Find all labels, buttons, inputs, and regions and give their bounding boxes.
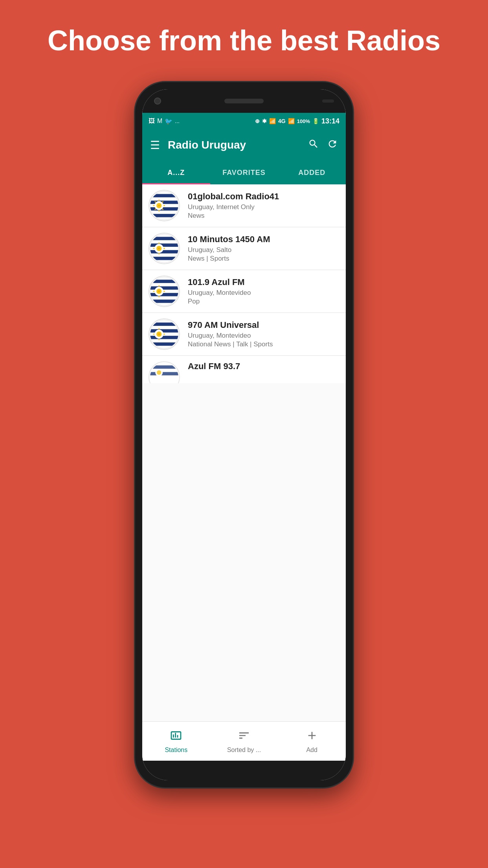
station-item[interactable]: 970 AM Universal Uruguay, Montevideo Nat… [142, 313, 346, 356]
station-location-3: Uruguay, Montevideo [188, 289, 339, 297]
station-location-2: Uruguay, Salto [188, 246, 339, 254]
stations-nav-label: Stations [165, 747, 187, 754]
phone-bottom-bar [142, 761, 346, 780]
menu-icon[interactable]: ☰ [150, 139, 160, 152]
battery-icon: 🔋 [312, 118, 319, 124]
sorted-nav-label: Sorted by ... [227, 747, 261, 754]
stations-nav-icon [170, 729, 182, 745]
sensor-area [322, 99, 334, 103]
tab-az[interactable]: A...Z [142, 161, 210, 184]
station-name-partial: Azul FM 93.7 [188, 361, 339, 371]
station-location-4: Uruguay, Montevideo [188, 332, 339, 340]
svg-point-34 [158, 248, 160, 249]
svg-point-74 [157, 370, 161, 375]
status-left-icons: 🖼 M 🐦 ... [149, 118, 180, 125]
station-genre-2: News | Sports [188, 255, 339, 263]
station-flag-3 [149, 276, 180, 307]
station-genre-1: News [188, 212, 339, 220]
svg-rect-41 [149, 293, 179, 296]
alarm-icon: ⊕ [255, 118, 260, 124]
station-flag-4 [149, 318, 180, 350]
bottom-nav: Stations Sorted by ... Add [142, 721, 346, 761]
more-notifications-icon: ... [175, 118, 180, 124]
notification-icon: 🖼 [149, 118, 155, 125]
refresh-icon[interactable] [327, 138, 338, 152]
svg-rect-25 [149, 250, 179, 254]
station-genre-4: National News | Talk | Sports [188, 340, 339, 348]
svg-point-18 [158, 205, 160, 206]
svg-point-50 [158, 291, 160, 292]
station-info-2: 10 Minutos 1450 AM Uruguay, Salto News |… [188, 234, 339, 263]
tab-added[interactable]: ADDED [278, 161, 346, 184]
station-info-partial: Azul FM 93.7 [188, 361, 339, 373]
gmail-icon: M [157, 118, 162, 125]
add-nav-icon [306, 729, 318, 745]
station-name-3: 101.9 Azul FM [188, 277, 339, 287]
search-icon[interactable] [308, 138, 319, 152]
battery-label: 100% [297, 118, 310, 124]
phone-top-bar [142, 89, 346, 113]
svg-rect-40 [149, 287, 179, 290]
svg-rect-56 [149, 329, 179, 333]
signal-bars-icon: 📶 [288, 118, 295, 124]
page-headline: Choose from the best Radios [32, 24, 456, 57]
app-bar-actions [308, 138, 338, 152]
add-nav-label: Add [306, 747, 317, 754]
station-item[interactable]: 01global.com Radio41 Uruguay, Internet O… [142, 184, 346, 227]
speaker-grille [224, 99, 264, 103]
network-type-label: 4G [278, 118, 286, 124]
station-info-1: 01global.com Radio41 Uruguay, Internet O… [188, 191, 339, 220]
station-list: 01global.com Radio41 Uruguay, Internet O… [142, 184, 346, 721]
station-item-partial[interactable]: Azul FM 93.7 [142, 356, 346, 383]
status-right-icons: ⊕ ✱ 📶 4G 📶 100% 🔋 13:14 [255, 117, 339, 125]
app-title: Radio Uruguay [168, 139, 308, 151]
nav-item-stations[interactable]: Stations [142, 729, 210, 754]
nav-item-sorted[interactable]: Sorted by ... [210, 729, 278, 754]
front-camera [154, 97, 161, 105]
station-flag-1 [149, 190, 180, 221]
station-item[interactable]: 101.9 Azul FM Uruguay, Montevideo Pop [142, 270, 346, 313]
station-name-1: 01global.com Radio41 [188, 191, 339, 202]
wifi-icon: 📶 [269, 118, 276, 124]
svg-rect-4 [149, 201, 179, 204]
station-name-2: 10 Minutos 1450 AM [188, 234, 339, 245]
station-flag-2 [149, 233, 180, 264]
svg-rect-72 [149, 372, 179, 375]
nav-item-add[interactable]: Add [278, 729, 346, 754]
station-location-1: Uruguay, Internet Only [188, 203, 339, 211]
svg-rect-57 [149, 336, 179, 339]
station-flag-partial [149, 361, 180, 383]
tab-favorites[interactable]: FAVORITES [210, 161, 278, 184]
svg-point-66 [158, 333, 160, 335]
station-name-4: 970 AM Universal [188, 320, 339, 330]
bluetooth-icon: ✱ [262, 118, 267, 124]
phone-mockup: 🖼 M 🐦 ... ⊕ ✱ 📶 4G 📶 100% 🔋 13:14 ☰ Radi… [134, 81, 354, 789]
app-bar: ☰ Radio Uruguay [142, 129, 346, 161]
svg-rect-24 [149, 244, 179, 247]
station-info-3: 101.9 Azul FM Uruguay, Montevideo Pop [188, 277, 339, 305]
sorted-nav-icon [238, 729, 250, 745]
station-item[interactable]: 10 Minutos 1450 AM Uruguay, Salto News |… [142, 227, 346, 270]
station-info-4: 970 AM Universal Uruguay, Montevideo Nat… [188, 320, 339, 348]
twitter-icon: 🐦 [165, 118, 172, 125]
svg-rect-5 [149, 208, 179, 211]
status-bar: 🖼 M 🐦 ... ⊕ ✱ 📶 4G 📶 100% 🔋 13:14 [142, 113, 346, 129]
station-genre-3: Pop [188, 298, 339, 305]
status-time: 13:14 [321, 117, 339, 125]
tabs-bar: A...Z FAVORITES ADDED [142, 161, 346, 184]
